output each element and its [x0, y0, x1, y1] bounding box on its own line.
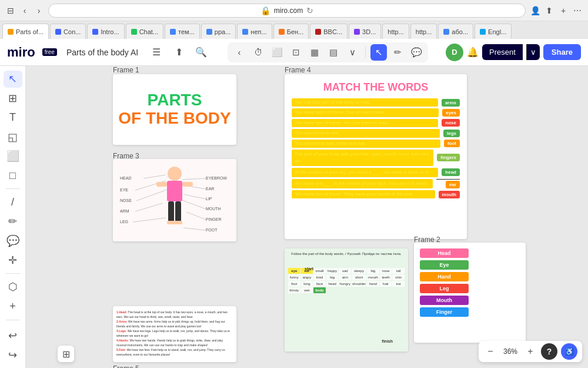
tab-tem[interactable]: тем...: [165, 24, 200, 39]
board-finish-label: finish: [382, 339, 393, 343]
svg-rect-27: [175, 201, 181, 222]
shapes-tool[interactable]: ◱: [4, 128, 22, 145]
canvas-area[interactable]: Frame 1 PARTS OF THE BODY Frame 3 HEAD E…: [26, 66, 588, 368]
tab-intro[interactable]: Intro...: [87, 24, 124, 39]
address-bar[interactable]: 🔒 miro.com ↻: [48, 4, 526, 18]
sticky-tool[interactable]: ⬜: [4, 148, 22, 165]
tab-parts[interactable]: Parts of...: [2, 24, 49, 39]
more-tools-btn[interactable]: ∨: [344, 44, 360, 61]
screen-share-btn[interactable]: ⬜: [269, 44, 285, 61]
cell: toe: [392, 281, 405, 287]
zoom-controls: − 36% + ? ♿: [479, 341, 582, 362]
canvas-inner: Frame 1 PARTS OF THE BODY Frame 3 HEAD E…: [26, 66, 588, 368]
match-row-6: The part of your body with your hair, ey…: [292, 150, 460, 166]
cell: hungry: [339, 281, 351, 287]
apps-tool[interactable]: ⬡: [4, 279, 22, 296]
present-dropdown-btn[interactable]: ∨: [526, 44, 540, 60]
tab-rpa[interactable]: рра...: [201, 24, 236, 39]
tab-label-nep: неп...: [250, 28, 266, 35]
accessibility-btn[interactable]: ♿: [561, 343, 577, 360]
frame1: PARTS OF THE BODY: [113, 74, 236, 145]
help-btn[interactable]: ?: [541, 343, 557, 360]
body-diagram-svg: HEAD EYE NOSE ARM LEG EYEBROW EAR LIP: [119, 162, 230, 238]
tab-bbc[interactable]: BBC...: [310, 24, 348, 39]
timer-tool-btn[interactable]: ⏱: [250, 44, 266, 61]
svg-text:NOSE: NOSE: [120, 198, 132, 203]
back-btn[interactable]: ‹: [19, 5, 31, 16]
cross-tool[interactable]: ✛: [4, 252, 22, 269]
word-hand: Hand: [420, 272, 469, 281]
svg-text:EAR: EAR: [206, 187, 214, 191]
tab-http1[interactable]: http...: [382, 24, 409, 39]
forward-btn[interactable]: ›: [33, 5, 45, 16]
new-tab-btn[interactable]: +: [557, 5, 569, 16]
select-tool-btn[interactable]: ↖: [370, 44, 387, 61]
sidebar-toggle-btn[interactable]: ⊟: [5, 5, 16, 16]
line-tool[interactable]: /: [4, 194, 22, 211]
zoom-in-btn[interactable]: +: [523, 344, 537, 359]
zoom-out-btn[interactable]: −: [483, 344, 497, 359]
rect-tool[interactable]: □: [4, 167, 22, 184]
add-tool[interactable]: +: [4, 298, 22, 315]
miro-logo: miro: [7, 45, 35, 60]
pen-tool[interactable]: ✏: [4, 213, 22, 230]
frame2-grid: Head Eye Hand Leg Mouth Finger: [420, 248, 520, 317]
cell: big: [367, 268, 379, 274]
cursor-tool[interactable]: ↖: [4, 71, 22, 88]
frames-tool[interactable]: ⊞: [4, 90, 22, 107]
text-tool[interactable]: T: [4, 109, 22, 126]
svg-rect-29: [174, 221, 182, 224]
notifications-btn[interactable]: 🔔: [467, 47, 479, 58]
browser-actions: 👤 ⬆ + ⋯: [529, 5, 583, 16]
cell: wet: [301, 287, 313, 293]
frame-text-content: 1.Head: The head is at the top of our bo…: [113, 306, 236, 362]
tab-engl[interactable]: Engl...: [475, 24, 512, 39]
miro-title: Parts of the body AI: [66, 48, 138, 57]
grid-btn[interactable]: ▤: [325, 44, 342, 61]
arrow-tool-btn[interactable]: ‹: [231, 44, 248, 61]
share-btn[interactable]: Share: [543, 44, 581, 60]
redo-btn[interactable]: ↪: [4, 346, 22, 363]
match-row-9: You have two of these. They have your ha…: [292, 190, 460, 198]
present-btn[interactable]: Present: [482, 44, 523, 60]
cell: funny: [288, 274, 300, 280]
tab-con[interactable]: Con...: [50, 24, 86, 39]
tab-chat[interactable]: Chat...: [126, 24, 163, 39]
cell: thirsty: [288, 287, 300, 293]
cell: hair: [380, 281, 392, 287]
fullscreen-btn[interactable]: ⊡: [288, 44, 304, 61]
cell: long: [301, 281, 313, 287]
comment-tool-btn[interactable]: 💬: [408, 44, 425, 61]
tab-label-abo: або...: [452, 28, 468, 35]
word-finger: Finger: [420, 307, 469, 317]
tab-label-3d: 3D...: [362, 28, 376, 35]
tab-label-con: Con...: [64, 28, 81, 35]
match-row-2: You have eight of these, four on each ha…: [292, 108, 460, 117]
cell: hand: [367, 281, 379, 287]
account-btn[interactable]: 👤: [529, 5, 541, 16]
undo-btn[interactable]: ↩: [4, 327, 22, 344]
tab-ben[interactable]: Бен...: [273, 24, 309, 39]
frame-btn[interactable]: ▦: [306, 44, 323, 61]
cell-body: body: [313, 287, 326, 293]
pen-tool-btn[interactable]: ✏: [389, 44, 406, 61]
tab-http2[interactable]: http...: [410, 24, 437, 39]
bottom-left: ⊞: [58, 346, 74, 362]
comment-tool[interactable]: 💬: [4, 233, 22, 250]
share-browser-btn[interactable]: ⬆: [543, 5, 555, 16]
tab-label-parts: Parts of...: [16, 28, 44, 35]
grid-view-btn[interactable]: ⊞: [58, 346, 74, 362]
hamburger-menu-btn[interactable]: ☰: [148, 44, 165, 61]
cell: small: [313, 268, 326, 274]
tab-3d[interactable]: 3D...: [349, 24, 381, 39]
search-btn[interactable]: 🔍: [192, 44, 210, 61]
tab-favicon-3d: [354, 29, 360, 35]
user-avatar[interactable]: D: [446, 44, 463, 61]
tab-nep[interactable]: неп...: [237, 24, 272, 39]
cell: happy: [326, 268, 339, 274]
more-btn[interactable]: ⋯: [572, 5, 583, 16]
tab-abo[interactable]: або...: [438, 24, 473, 39]
match-row-3: You have two of these. You use them to w…: [292, 119, 460, 127]
svg-text:FOOT: FOOT: [206, 228, 218, 232]
export-btn[interactable]: ⬆: [170, 44, 188, 61]
